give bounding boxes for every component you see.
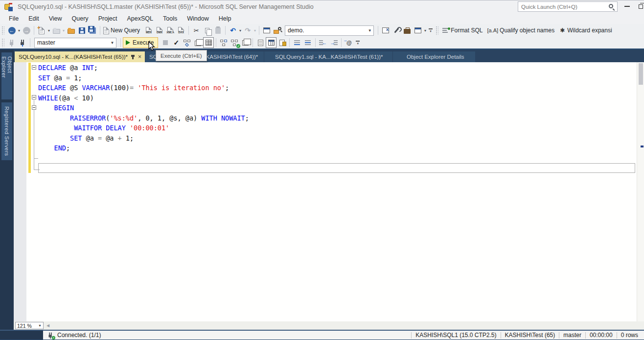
xmla-query-button[interactable]: XMLA — [165, 25, 176, 36]
toolbox-button[interactable] — [402, 25, 413, 36]
open-file-button[interactable] — [51, 25, 62, 36]
menu-project[interactable]: Project — [93, 14, 122, 24]
fold-toggle-icon[interactable] — [32, 95, 36, 99]
search-icon[interactable] — [609, 4, 613, 8]
scroll-left-icon[interactable]: ◀ — [44, 323, 52, 328]
live-query-stats-button[interactable] — [240, 37, 251, 48]
trace-query-button[interactable] — [218, 37, 229, 48]
toolbar2-grip[interactable] — [1, 38, 4, 47]
menu-tools[interactable]: Tools — [158, 14, 182, 24]
results-to-text-button[interactable] — [255, 37, 266, 48]
connect-button[interactable] — [6, 37, 17, 48]
new-file-dropdown-icon[interactable]: ▾ — [47, 28, 51, 33]
minimize-button[interactable] — [619, 0, 635, 12]
execute-tooltip: Execute (Ctrl+E) — [156, 50, 207, 61]
qualify-object-names-button[interactable]: [a.A] Qualify object names — [486, 25, 558, 36]
dmx-query-button[interactable]: DMX — [154, 25, 165, 36]
code-line[interactable]: DECLARE @a INT; — [38, 63, 636, 73]
increase-indent-button[interactable]: → — [328, 37, 339, 48]
object-explorer-vtab[interactable]: Object Explorer — [1, 52, 12, 99]
menu-view[interactable]: View — [44, 14, 67, 24]
editor-zoom-dropdown-icon[interactable]: ▼ — [38, 324, 43, 327]
uncomment-button[interactable] — [302, 37, 313, 48]
fold-toggle-icon[interactable] — [32, 105, 36, 110]
quick-launch-box[interactable] — [518, 1, 618, 12]
database-combo-demo[interactable]: demo. ▼ — [285, 25, 374, 36]
undo-button[interactable]: ↶ — [228, 25, 238, 36]
vertical-scrollbar-thumb[interactable] — [639, 63, 643, 85]
client-statistics-button[interactable]: ✓ — [229, 37, 240, 48]
dax-query-button[interactable]: DAX — [176, 25, 186, 36]
save-button[interactable] — [76, 25, 87, 36]
indicator-margin[interactable] — [14, 62, 26, 321]
tab-sqlquery10[interactable]: SQLQuery10.sql - K...(KASHISH\Test (65))… — [15, 51, 145, 62]
toolbar1-overflow-button[interactable]: ▾ — [429, 28, 433, 32]
code-line[interactable]: BEGIN — [38, 103, 636, 113]
query-options-button[interactable] — [192, 37, 203, 48]
quick-launch-input[interactable] — [518, 4, 607, 10]
wildcard-expansion-button[interactable]: ✱ Wildcard expansi — [558, 25, 615, 36]
format-sql-button[interactable]: Format SQL — [441, 25, 486, 36]
new-query-button[interactable]: New Query — [102, 25, 143, 36]
navigate-back-button[interactable]: ← — [6, 25, 17, 36]
code-line[interactable]: RAISERROR('%s:%d', 0, 1, @s, @a) WITH NO… — [38, 113, 636, 123]
copy-button[interactable] — [202, 25, 212, 36]
comment-button[interactable] — [292, 37, 302, 48]
options-wrench-button[interactable] — [391, 25, 402, 36]
close-icon[interactable]: × — [138, 53, 141, 60]
available-databases-combo[interactable]: master ▼ — [34, 38, 116, 48]
code-line[interactable]: WAITFOR DELAY '00:00:01' — [38, 123, 636, 133]
menu-help[interactable]: Help — [214, 14, 236, 24]
new-file-button[interactable] — [36, 25, 47, 36]
panels-dropdown-icon[interactable]: ▾ — [423, 28, 427, 33]
save-all-button[interactable] — [87, 25, 98, 36]
estimated-plan-button[interactable] — [182, 37, 192, 48]
code-line[interactable]: DECLARE @S VARCHAR(100)= 'This is iterat… — [38, 83, 636, 93]
menu-window[interactable]: Window — [182, 14, 213, 24]
toolbar-grip[interactable] — [1, 26, 4, 35]
open-folder-button[interactable] — [66, 25, 76, 36]
sqlcmd-mode-button[interactable]: @ — [344, 37, 354, 48]
code-line[interactable]: END; — [38, 143, 636, 153]
vertical-scrollbar[interactable] — [637, 62, 644, 321]
change-connection-button[interactable] — [17, 37, 28, 48]
menu-edit[interactable]: Edit — [23, 14, 44, 24]
panels-button[interactable] — [413, 25, 423, 36]
tab-sqlquery1[interactable]: SQLQuery1.sql - KA...KASHISH\Test (61))* — [264, 51, 392, 62]
menu-query[interactable]: Query — [67, 14, 93, 24]
available-databases-dropdown-icon[interactable]: ▼ — [109, 41, 116, 45]
code-editor[interactable]: DECLARE @a INT;SET @a = 1;DECLARE @S VAR… — [14, 62, 644, 321]
parse-button[interactable]: ✓ — [171, 37, 182, 48]
template-parameters-button[interactable] — [261, 25, 272, 36]
actual-plan-button[interactable] — [203, 37, 214, 48]
redo-dropdown-icon[interactable]: ▾ — [253, 28, 257, 33]
open-file-dropdown-icon[interactable]: ▾ — [62, 28, 66, 33]
mdx-query-button[interactable]: MDX — [143, 25, 154, 36]
menu-file[interactable]: File — [4, 14, 23, 24]
code-line[interactable]: SET @a = 1; — [38, 73, 636, 83]
database-combo-demo-dropdown-icon[interactable]: ▼ — [366, 28, 373, 33]
window-x-button[interactable] — [380, 25, 391, 36]
toolbar2-overflow-button[interactable]: ▾ — [356, 41, 360, 45]
results-to-file-button[interactable] — [276, 37, 287, 48]
cancel-query-button[interactable] — [160, 37, 171, 48]
horizontal-scrollbar[interactable] — [52, 321, 644, 330]
code-line[interactable]: SET @a = @a + 1; — [38, 133, 636, 144]
decrease-indent-button[interactable]: ← — [318, 37, 328, 48]
menu-apexsql[interactable]: ApexSQL — [122, 14, 159, 24]
editor-zoom-combo[interactable]: 121 % ▼ — [15, 322, 44, 329]
registered-servers-vtab[interactable]: Registered Servers — [1, 102, 12, 160]
code-line[interactable]: WHILE(@a < 10) — [38, 93, 636, 103]
fold-toggle-icon[interactable] — [32, 65, 36, 70]
navigate-forward-button[interactable]: → — [21, 25, 32, 36]
results-to-grid-button[interactable] — [266, 37, 276, 48]
tab-object-explorer-details[interactable]: Object Explorer Details — [393, 51, 475, 62]
cut-button[interactable]: ✂ — [191, 25, 202, 36]
undo-dropdown-icon[interactable]: ▾ — [238, 28, 242, 33]
restore-button[interactable] — [633, 0, 644, 12]
paste-button[interactable] — [212, 25, 223, 36]
object-search-button[interactable] — [272, 25, 283, 36]
back-dropdown-icon[interactable]: ▾ — [17, 28, 21, 33]
pin-icon[interactable] — [132, 55, 134, 59]
redo-button[interactable]: ↷ — [242, 25, 253, 36]
